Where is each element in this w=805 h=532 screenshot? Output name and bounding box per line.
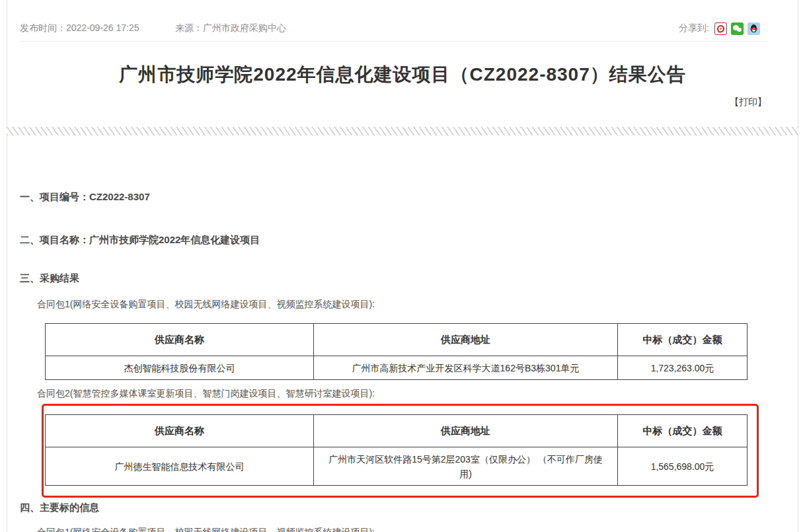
qq-penguin-scarf (750, 28, 757, 30)
page-title: 广州市技师学院2022年信息化建设项目（CZ2022-8307）结果公告 (20, 62, 785, 87)
table-1-data-row: 杰创智能科技股份有限公司 广州市高新技术产业开发区科学大道162号B3栋301单… (46, 356, 748, 380)
col-award-amount: 中标（成交）金额 (618, 324, 748, 356)
col-supplier-address: 供应商地址 (314, 415, 618, 447)
section-project-name: 二、项目名称：广州市技师学院2022年信息化建设项目 (20, 234, 260, 247)
source-label: 来源：广州市政府采购中心 (175, 22, 286, 34)
container-left-border (7, 0, 7, 532)
share-bar: 分享到: (679, 21, 760, 36)
table-1-amount: 1,723,263.00元 (618, 356, 748, 380)
section-project-number: 一、项目编号：CZ2022-8307 (20, 191, 150, 204)
col-supplier-name: 供应商名称 (46, 324, 314, 356)
table-2-supplier: 广州德生智能信息技术有限公司 (46, 447, 314, 486)
clipped-package-1-label: 合同包1(网络安全设备购置项目、校园无线网络建设项目、视频监控系统建设项目): (37, 525, 698, 532)
table-1-supplier: 杰创智能科技股份有限公司 (46, 356, 314, 380)
announcement-page: 发布时间：2022-09-26 17:25 来源：广州市政府采购中心 分享到: … (0, 0, 805, 532)
weibo-eye-glyph (716, 24, 725, 32)
table-1-address: 广州市高新技术产业开发区科学大道162号B3栋301单元 (314, 356, 618, 380)
publish-time: 发布时间：2022-09-26 17:25 (20, 22, 139, 34)
table-2-header-row: 供应商名称 供应商地址 中标（成交）金额 (46, 415, 748, 447)
col-supplier-name: 供应商名称 (46, 415, 314, 447)
section-main-subject-info: 四、主要标的信息 (20, 502, 99, 514)
package-2-label: 合同包2(智慧管控多媒体课室更新项目、智慧门岗建设项目、智慧研讨室建设项目): (37, 388, 375, 400)
table-1-header-row: 供应商名称 供应商地址 中标（成交）金额 (46, 324, 748, 356)
col-supplier-address: 供应商地址 (314, 324, 618, 356)
meta-divider (20, 41, 767, 42)
weibo-share-icon[interactable] (714, 22, 727, 35)
col-award-amount: 中标（成交）金额 (618, 415, 748, 447)
wechat-share-icon[interactable] (731, 22, 744, 35)
supplier-table-2: 供应商名称 供应商地址 中标（成交）金额 广州德生智能信息技术有限公司 广州市天… (45, 414, 748, 486)
hatch-divider (7, 127, 798, 135)
section-procurement-result: 三、采购结果 (20, 272, 79, 285)
table-2-data-row: 广州德生智能信息技术有限公司 广州市天河区软件路15号第2层203室（仅限办公）… (46, 447, 748, 486)
package-1-label: 合同包1(网络安全设备购置项目、校园无线网络建设项目、视频监控系统建设项目): (37, 299, 375, 311)
supplier-table-1: 供应商名称 供应商地址 中标（成交）金额 杰创智能科技股份有限公司 广州市高新技… (45, 323, 748, 380)
wechat-bubble-small-glyph (737, 28, 742, 32)
container-right-border (798, 0, 798, 532)
share-label: 分享到: (679, 22, 709, 34)
meta-row: 发布时间：2022-09-26 17:25 来源：广州市政府采购中心 分享到: (20, 22, 779, 36)
table-2-amount: 1,565,698.00元 (618, 447, 748, 486)
qq-share-icon[interactable] (748, 22, 760, 35)
print-button[interactable]: 【打印】 (730, 96, 767, 108)
table-2-address: 广州市天河区软件路15号第2层203室（仅限办公） （不可作厂房使用) (314, 447, 618, 486)
